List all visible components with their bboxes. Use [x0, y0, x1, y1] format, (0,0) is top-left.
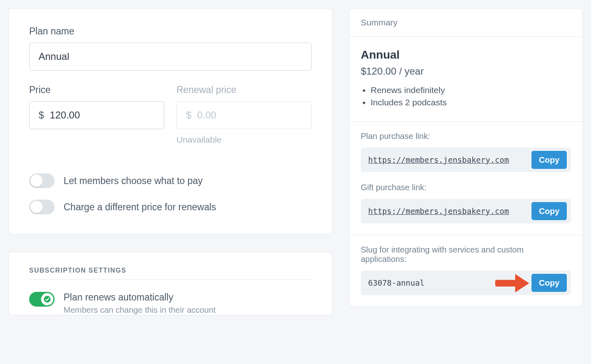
subscription-settings-title: SUBSCRIPTION SETTINGS — [29, 267, 312, 280]
gift-purchase-link-label: Gift purchase link: — [361, 183, 571, 192]
summary-card: Summary Annual $120.00 / year Renews ind… — [349, 8, 583, 307]
toggle-renews-automatically-sub: Members can change this in their account — [64, 305, 215, 315]
gift-purchase-link-text[interactable]: https://members.jensbakery.com — [368, 207, 527, 216]
gift-purchase-link-box: https://members.jensbakery.com Copy — [361, 199, 571, 223]
plan-name-label: Plan name — [29, 26, 312, 37]
toggle-different-renewal-price[interactable] — [29, 200, 55, 214]
subscription-settings-card: SUBSCRIPTION SETTINGS Plan renews automa… — [8, 252, 332, 315]
price-input-wrapper[interactable]: $ — [29, 101, 164, 129]
renewal-unavailable-text: Unavailable — [176, 135, 312, 145]
plan-card: Plan name Price $ Renewal price $ — [8, 8, 332, 234]
summary-heading: Summary — [349, 9, 582, 37]
summary-bullets: Renews indefinitely Includes 2 podcasts — [361, 85, 571, 107]
plan-purchase-link-box: https://members.jensbakery.com Copy — [361, 148, 571, 172]
slug-box: 63078-annual Copy — [361, 271, 571, 295]
toggle-members-choose-pay-label: Let members choose what to pay — [64, 175, 203, 187]
toggle-members-choose-pay[interactable] — [29, 173, 55, 188]
summary-bullet: Renews indefinitely — [371, 85, 571, 95]
currency-symbol-disabled: $ — [186, 109, 191, 121]
copy-plan-link-button[interactable]: Copy — [531, 151, 567, 169]
price-input[interactable] — [50, 109, 155, 121]
plan-name-input[interactable] — [29, 43, 312, 71]
summary-price-line: $120.00 / year — [361, 66, 571, 77]
renewal-price-label: Renewal price — [176, 84, 312, 96]
renewal-price-input — [197, 109, 302, 121]
renewal-price-input-wrapper: $ — [176, 101, 312, 129]
plan-purchase-link-label: Plan purchase link: — [361, 132, 571, 141]
copy-slug-button[interactable]: Copy — [531, 274, 567, 292]
plan-purchase-link-text[interactable]: https://members.jensbakery.com — [368, 155, 527, 164]
svg-point-0 — [44, 296, 51, 303]
copy-gift-link-button[interactable]: Copy — [531, 202, 567, 220]
currency-symbol: $ — [39, 109, 44, 121]
toggle-different-renewal-price-label: Charge a different price for renewals — [64, 202, 216, 213]
slug-label: Slug for integrating with services and c… — [361, 245, 571, 264]
toggle-renews-automatically-label: Plan renews automatically — [64, 292, 215, 303]
price-label: Price — [29, 84, 164, 96]
slug-text[interactable]: 63078-annual — [368, 278, 527, 287]
summary-bullet: Includes 2 podcasts — [371, 98, 571, 107]
check-icon — [44, 296, 51, 303]
summary-plan-title: Annual — [361, 48, 571, 61]
toggle-renews-automatically[interactable] — [29, 292, 55, 307]
